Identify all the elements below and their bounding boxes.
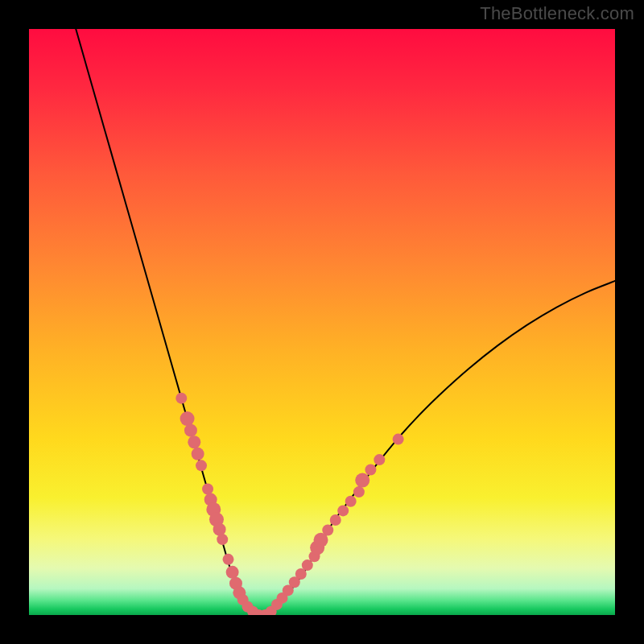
curve-marker xyxy=(302,559,313,571)
curve-marker xyxy=(180,411,195,426)
curve-marker xyxy=(365,464,376,475)
app-frame: TheBottleneck.com xyxy=(0,0,644,644)
curve-marker xyxy=(202,483,213,494)
curve-marker xyxy=(322,524,333,535)
curve-marker xyxy=(223,554,234,565)
curve-marker xyxy=(188,436,200,448)
curve-marker xyxy=(345,496,357,507)
curve-marker xyxy=(175,393,187,404)
curve-marker xyxy=(184,424,197,437)
curve-marker xyxy=(330,514,341,526)
chart-svg xyxy=(29,29,615,615)
chart-background xyxy=(29,29,615,615)
plot-area xyxy=(29,29,615,615)
curve-marker xyxy=(226,566,239,579)
curve-marker xyxy=(217,534,228,545)
curve-marker xyxy=(196,460,207,471)
curve-marker xyxy=(374,454,385,465)
watermark-text: TheBottleneck.com xyxy=(480,3,634,24)
curve-marker xyxy=(353,486,365,497)
curve-marker xyxy=(337,505,349,516)
curve-marker xyxy=(192,448,204,460)
curve-marker xyxy=(393,434,404,445)
curve-marker xyxy=(355,473,369,488)
curve-marker xyxy=(213,523,226,536)
